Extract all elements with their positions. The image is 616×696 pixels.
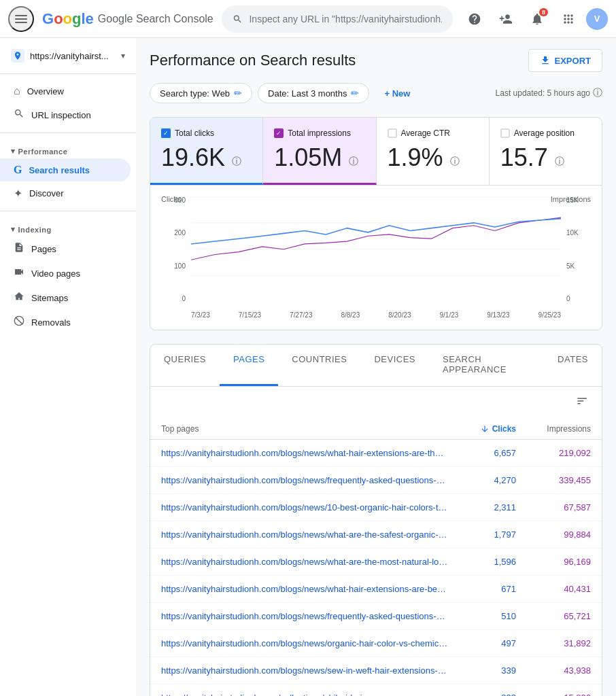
row-url[interactable]: https://vanityhairstudionh.com/blogs/new…: [161, 611, 448, 621]
row-clicks: 1,797: [448, 529, 516, 540]
tab-countries[interactable]: COUNTRIES: [278, 345, 360, 386]
tab-search-appearance[interactable]: SEARCH APPEARANCE: [429, 345, 544, 386]
search-input[interactable]: [249, 14, 442, 24]
tab-dates[interactable]: DATES: [544, 345, 602, 386]
table-row: https://vanityhairstudionh.com/blogs/new…: [150, 657, 602, 684]
avatar[interactable]: V: [586, 8, 608, 30]
tabs-container: QUERIES PAGES COUNTRIES DEVICES SEARCH A…: [150, 344, 602, 696]
app-logo[interactable]: Google Google Search Console: [42, 10, 213, 28]
property-arrow: ▾: [121, 51, 125, 60]
last-updated: Last updated: 5 hours ago ⓘ: [496, 87, 602, 99]
tab-queries[interactable]: QUERIES: [150, 345, 220, 386]
page-title: Performance on Search results: [150, 52, 356, 69]
row-url[interactable]: https://vanityhairstudionh.com/blogs/new…: [161, 584, 448, 594]
sidebar-item-discover-label: Discover: [29, 188, 64, 198]
apps-icon[interactable]: [555, 5, 582, 33]
filter-bar: Search type: Web ✏ Date: Last 3 months ✏…: [150, 83, 602, 103]
row-url[interactable]: https://vanityhairstudionh.com/blogs/new…: [161, 638, 448, 648]
sidebar-item-video-pages[interactable]: Video pages: [0, 261, 131, 285]
position-checkbox: ☐: [500, 128, 510, 138]
sidebar-item-url-label: URL inspection: [31, 110, 91, 120]
date-filter[interactable]: Date: Last 3 months ✏: [258, 83, 369, 103]
row-impressions: 65,721: [516, 611, 591, 621]
sidebar-item-url-inspection[interactable]: URL inspection: [0, 103, 131, 127]
edit-icon: ✏: [234, 88, 242, 99]
indexing-section-label[interactable]: ▾ Indexing: [0, 217, 136, 237]
row-clicks: 2,311: [448, 502, 516, 512]
impressions-checkbox: ✓: [274, 128, 284, 138]
row-url[interactable]: https://vanityhairstudionh.com/blogs/new…: [161, 557, 448, 567]
performance-section-label[interactable]: ▾ Performance: [0, 139, 136, 158]
row-url[interactable]: https://vanityhairstudionh.com/blogs/new…: [161, 448, 448, 458]
row-url[interactable]: https://vanityhairstudionh.com/blogs/new…: [161, 529, 448, 540]
table-header: Top pages Clicks Impressions: [150, 419, 602, 440]
table-row: https://vanityhairstudionh.com/blogs/new…: [150, 603, 602, 630]
layout: https://vanityhairst... ▾ ⌂ Overview URL…: [0, 38, 616, 696]
metric-total-clicks[interactable]: ✓ Total clicks 19.6K ⓘ: [150, 118, 263, 185]
position-help-icon[interactable]: ⓘ: [555, 156, 564, 168]
property-selector[interactable]: https://vanityhairst... ▾: [0, 44, 136, 68]
tabs-header: QUERIES PAGES COUNTRIES DEVICES SEARCH A…: [150, 345, 602, 387]
row-impressions: 96,169: [516, 557, 591, 567]
notifications-icon[interactable]: 8: [524, 5, 551, 33]
discover-icon: ✦: [14, 187, 22, 200]
table-filter-button[interactable]: [573, 392, 591, 413]
sidebar-item-pages[interactable]: Pages: [0, 237, 131, 261]
help-icon[interactable]: [461, 5, 488, 33]
edit-date-icon: ✏: [351, 88, 359, 99]
add-filter-button[interactable]: + New: [375, 84, 420, 103]
row-impressions: 99,884: [516, 529, 591, 540]
row-url[interactable]: https://vanityhairstudionh.com/blogs/new…: [161, 475, 448, 485]
metric-total-impressions[interactable]: ✓ Total impressions 1.05M ⓘ: [263, 118, 376, 185]
sidebar-item-search-results[interactable]: G Search results: [0, 158, 131, 181]
table-row: https://vanityhairstudionh.com/blogs/new…: [150, 630, 602, 657]
property-label: https://vanityhairst...: [30, 51, 116, 61]
page-header: Performance on Search results EXPORT: [150, 49, 602, 72]
metric-average-ctr[interactable]: ☐ Average CTR 1.9% ⓘ: [377, 118, 490, 185]
tab-pages[interactable]: PAGES: [220, 345, 278, 386]
sidebar-divider-index: [0, 211, 136, 211]
row-clicks: 671: [448, 584, 516, 594]
table-row: https://vanityhairstudionh.com/blogs/new…: [150, 440, 602, 467]
row-url[interactable]: https://vanityhairstudionh.com/collectio…: [161, 693, 448, 696]
export-button[interactable]: EXPORT: [528, 49, 602, 72]
search-type-filter[interactable]: Search type: Web ✏: [150, 83, 252, 103]
topbar: Google Google Search Console 8 V: [0, 0, 616, 38]
sidebar-item-discover[interactable]: ✦ Discover: [0, 181, 131, 205]
clicks-help-icon[interactable]: ⓘ: [232, 156, 241, 168]
row-url[interactable]: https://vanityhairstudionh.com/blogs/new…: [161, 665, 448, 676]
menu-icon[interactable]: [8, 6, 34, 32]
row-clicks: 4,270: [448, 475, 516, 485]
topbar-icons: 8 V: [461, 5, 608, 33]
notification-badge: 8: [539, 8, 548, 16]
header-clicks[interactable]: Clicks: [448, 424, 516, 434]
chart-svg: [191, 196, 561, 276]
row-impressions: 40,431: [516, 584, 591, 594]
sidebar-item-sitemaps[interactable]: Sitemaps: [0, 285, 131, 310]
sidebar-item-overview[interactable]: ⌂ Overview: [0, 80, 131, 103]
sidebar-item-video-pages-label: Video pages: [31, 268, 80, 279]
header-url: Top pages: [161, 424, 448, 434]
search-bar[interactable]: [222, 5, 453, 33]
svg-line-4: [16, 317, 23, 325]
row-url[interactable]: https://vanityhairstudionh.com/blogs/new…: [161, 502, 448, 512]
sidebar-divider-perf: [0, 133, 136, 133]
impressions-help-icon[interactable]: ⓘ: [349, 156, 358, 168]
ctr-help-icon[interactable]: ⓘ: [450, 156, 460, 168]
row-clicks: 1,596: [448, 557, 516, 567]
data-table: https://vanityhairstudionh.com/blogs/new…: [150, 440, 602, 696]
metric-average-position[interactable]: ☐ Average position 15.7 ⓘ: [490, 118, 602, 185]
row-clicks: 510: [448, 611, 516, 621]
sidebar: https://vanityhairst... ▾ ⌂ Overview URL…: [0, 38, 136, 696]
sidebar-item-removals[interactable]: Removals: [0, 310, 131, 334]
tab-devices[interactable]: DEVICES: [360, 345, 429, 386]
sidebar-item-sitemaps-label: Sitemaps: [31, 293, 68, 303]
row-impressions: 219,092: [516, 448, 591, 458]
pages-icon: [14, 242, 24, 256]
ctr-checkbox: ☐: [388, 128, 397, 138]
row-clicks: 323: [448, 693, 516, 696]
video-pages-icon: [14, 266, 24, 280]
add-user-icon[interactable]: [492, 5, 519, 33]
row-impressions: 67,587: [516, 502, 591, 512]
row-clicks: 6,657: [448, 448, 516, 458]
